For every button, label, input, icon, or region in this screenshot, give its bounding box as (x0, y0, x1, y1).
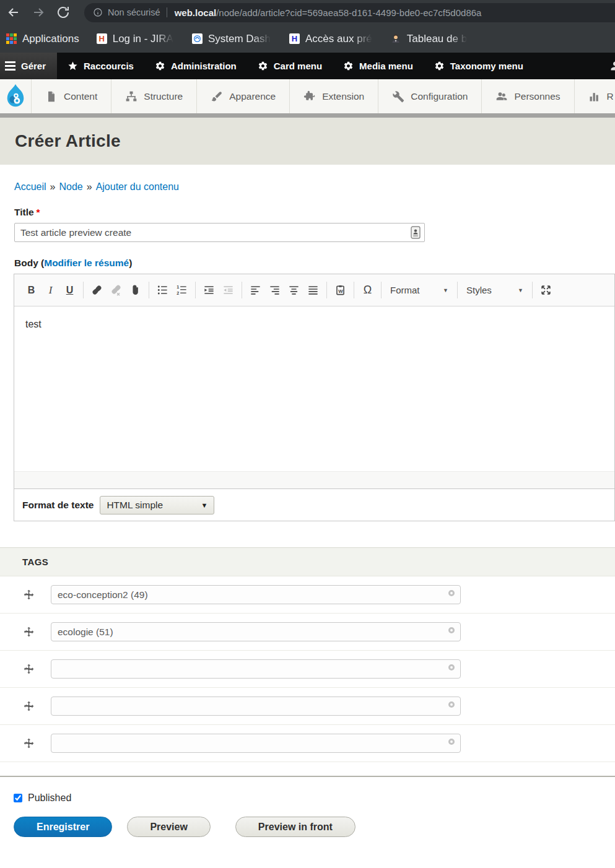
menu-item-label: Structure (144, 91, 183, 102)
admin-tab-taxonomy-menu[interactable]: Taxonomy menu (424, 53, 534, 79)
menu-item-content[interactable]: Content (31, 79, 111, 113)
page-header-band: Créer Article (0, 118, 615, 165)
circle-logo-favicon (192, 33, 203, 44)
gear-icon (155, 61, 165, 71)
editor-content[interactable]: test (14, 306, 614, 471)
tag-input[interactable] (51, 659, 461, 679)
url-bar[interactable]: Non sécurisé web.local/node/add/article?… (84, 3, 615, 22)
toolbar-separator (354, 282, 354, 298)
breadcrumb-link-node[interactable]: Node (59, 181, 82, 192)
chevron-down-icon: ▼ (518, 287, 523, 293)
admin-menu-bar: Content Structure Apparence Extension Co… (0, 79, 615, 113)
paste-from-word-button[interactable]: W (331, 282, 350, 299)
align-center-button[interactable] (284, 282, 303, 299)
body-editor: B I U 12 (14, 274, 615, 521)
styles-dropdown[interactable]: Styles ▼ (461, 282, 528, 299)
admin-tab-media-menu[interactable]: Media menu (333, 53, 424, 79)
tag-input[interactable] (51, 585, 461, 604)
toolbar-separator (532, 282, 533, 298)
required-mark: * (37, 207, 40, 217)
title-input[interactable] (14, 223, 425, 242)
attachment-button[interactable] (126, 282, 145, 299)
justify-button[interactable] (303, 282, 323, 299)
align-right-icon (269, 284, 281, 296)
info-icon[interactable] (93, 7, 103, 17)
admin-tab-label: Media menu (359, 61, 413, 71)
edit-summary-link[interactable]: Modifier le résumé (44, 258, 129, 268)
tag-row (0, 614, 615, 651)
bullet-list-button[interactable] (153, 282, 172, 299)
gear-icon (434, 61, 445, 71)
refresh-icon[interactable] (56, 5, 71, 20)
bold-button[interactable]: B (22, 282, 41, 299)
text-format-select[interactable]: HTML simple ▼ (100, 496, 214, 514)
format-dropdown[interactable]: Format ▼ (385, 282, 453, 299)
menu-item-personnes[interactable]: Personnes (481, 79, 574, 113)
tag-input[interactable] (51, 622, 461, 641)
admin-tab-card-menu[interactable]: Card menu (247, 53, 333, 79)
menu-item-extension[interactable]: Extension (289, 79, 378, 113)
bookmark-acces[interactable]: H Accès aux pré (289, 33, 372, 45)
unlink-button[interactable] (107, 282, 126, 299)
save-button[interactable]: Enregistrer (14, 817, 112, 837)
link-icon (91, 284, 103, 296)
page-top-strip (0, 113, 615, 118)
special-char-button[interactable]: Ω (358, 282, 377, 299)
menu-item-rapports[interactable]: R (574, 79, 615, 113)
breadcrumb-link-ajouter[interactable]: Ajouter du contenu (96, 181, 179, 192)
editor-toolbar: B I U 12 (14, 274, 614, 306)
back-icon[interactable] (6, 5, 21, 20)
drag-handle-icon[interactable] (24, 664, 34, 674)
underline-button[interactable]: U (60, 282, 79, 299)
menu-item-apparence[interactable]: Apparence (196, 79, 289, 113)
admin-tab-label: Administration (171, 61, 237, 71)
bookmark-tableau[interactable]: Tableau de b (391, 33, 467, 45)
toolbar-separator (195, 282, 196, 298)
people-icon (495, 90, 508, 103)
autocomplete-icon (448, 664, 455, 671)
admin-tab-user[interactable] (609, 53, 615, 79)
url-divider (167, 7, 167, 17)
drag-handle-icon[interactable] (24, 589, 34, 600)
breadcrumb-separator: » (87, 181, 92, 192)
menu-item-configuration[interactable]: Configuration (378, 79, 481, 113)
form-fill-icon[interactable] (411, 226, 421, 239)
published-checkbox[interactable] (14, 794, 22, 802)
indent-icon (203, 284, 215, 296)
apps-shortcut[interactable]: Applications (6, 33, 79, 45)
bookmark-system-dash[interactable]: System Dash (192, 33, 271, 45)
format-dropdown-label: Format (390, 285, 420, 295)
align-left-button[interactable] (246, 282, 265, 299)
outdent-button[interactable] (219, 282, 238, 299)
drag-handle-icon[interactable] (24, 701, 34, 711)
bookmark-jira[interactable]: H Log in - JIRA (97, 33, 173, 45)
breadcrumb: Accueil»Node»Ajouter du contenu (14, 181, 615, 193)
toolbar-separator (326, 282, 327, 298)
indent-button[interactable] (199, 282, 219, 299)
user-icon (609, 59, 615, 72)
chevron-down-icon: ▼ (201, 501, 208, 509)
bookmark-label: Log in - JIRA (113, 33, 173, 45)
drag-handle-icon[interactable] (24, 738, 34, 749)
admin-tab-gerer[interactable]: Gérer (0, 53, 57, 79)
tag-input[interactable] (51, 697, 461, 716)
autocomplete-icon (448, 739, 455, 745)
bullet-list-icon (157, 284, 168, 296)
jira-favicon: H (97, 33, 107, 44)
menu-item-structure[interactable]: Structure (111, 79, 196, 113)
tag-input[interactable] (51, 734, 461, 753)
maximize-button[interactable] (536, 282, 556, 299)
link-button[interactable] (87, 282, 107, 299)
numbered-list-button[interactable]: 12 (172, 282, 191, 299)
preview-button[interactable]: Preview (127, 817, 210, 837)
forward-icon[interactable] (31, 5, 46, 20)
preview-in-front-button[interactable]: Preview in front (235, 817, 355, 837)
drag-handle-icon[interactable] (24, 627, 34, 637)
breadcrumb-link-accueil[interactable]: Accueil (14, 181, 46, 192)
admin-tab-raccourcis[interactable]: Raccourcis (57, 53, 144, 79)
align-right-button[interactable] (265, 282, 284, 299)
italic-button[interactable]: I (41, 282, 60, 299)
svg-text:2: 2 (177, 291, 179, 296)
admin-tab-administration[interactable]: Administration (144, 53, 247, 79)
gear-icon (258, 61, 268, 71)
